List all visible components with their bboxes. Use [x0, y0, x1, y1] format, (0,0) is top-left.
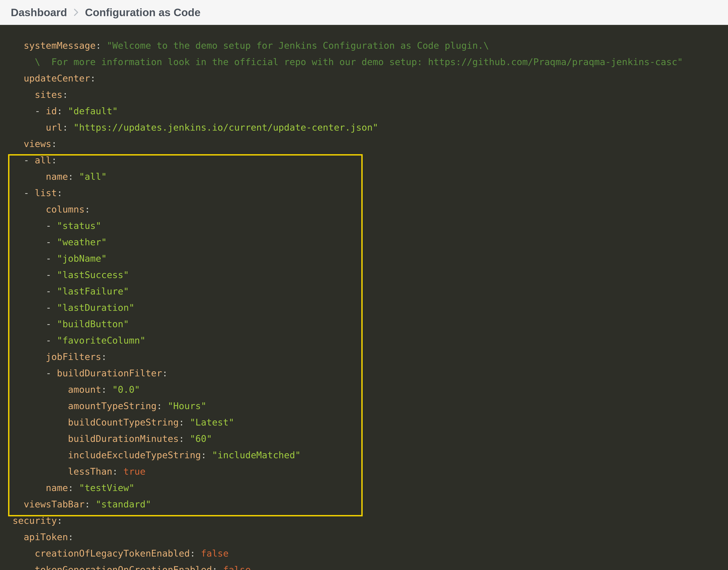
code-line: - all:: [0, 152, 728, 169]
code-line: - "status": [0, 218, 728, 234]
breadcrumb-root[interactable]: Dashboard: [11, 6, 67, 19]
code-line: buildDurationMinutes: "60": [0, 431, 728, 447]
code-line: jobFilters:: [0, 349, 728, 365]
chevron-right-icon: [67, 9, 85, 16]
code-line: - "buildButton": [0, 316, 728, 332]
code-line: - buildDurationFilter:: [0, 365, 728, 381]
code-line: url: "https://updates.jenkins.io/current…: [0, 119, 728, 136]
code-line: name: "all": [0, 169, 728, 185]
code-line: - "lastFailure": [0, 283, 728, 300]
code-line: apiToken:: [0, 529, 728, 545]
code-line: sites:: [0, 87, 728, 103]
code-line: amountTypeString: "Hours": [0, 398, 728, 414]
code-line: creationOfLegacyTokenEnabled: false: [0, 545, 728, 562]
code-line: - "favoriteColumn": [0, 332, 728, 349]
yaml-code-panel: systemMessage: "Welcome to the demo setu…: [0, 25, 728, 570]
code-line: tokenGenerationOnCreationEnabled: false: [0, 562, 728, 570]
code-line: - "jobName": [0, 250, 728, 267]
code-line: - id: "default": [0, 103, 728, 119]
code-line: security:: [0, 513, 728, 529]
code-line: columns:: [0, 201, 728, 218]
code-line: - list:: [0, 185, 728, 201]
breadcrumb: Dashboard Configuration as Code: [0, 0, 728, 25]
breadcrumb-current[interactable]: Configuration as Code: [85, 6, 201, 19]
code-line: buildCountTypeString: "Latest": [0, 414, 728, 431]
code-line: lessThan: true: [0, 464, 728, 480]
code-line: - "lastSuccess": [0, 267, 728, 283]
code-line: amount: "0.0": [0, 381, 728, 398]
code-line: - "lastDuration": [0, 300, 728, 316]
code-line: name: "testView": [0, 480, 728, 496]
code-line: includeExcludeTypeString: "includeMatche…: [0, 447, 728, 464]
code-line: - "weather": [0, 234, 728, 250]
code-line: viewsTabBar: "standard": [0, 496, 728, 513]
code-line: systemMessage: "Welcome to the demo setu…: [0, 37, 728, 54]
code-line: updateCenter:: [0, 70, 728, 87]
code-line: \ For more information look in the offic…: [0, 54, 728, 70]
code-line: views:: [0, 136, 728, 152]
